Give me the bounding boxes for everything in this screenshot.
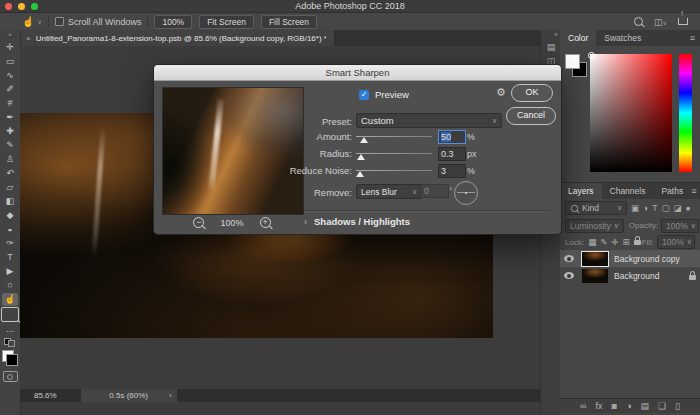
dialog-title[interactable]: Smart Sharpen: [154, 65, 561, 81]
reduce-noise-slider[interactable]: [356, 170, 432, 171]
radius-field[interactable]: 0.3: [438, 147, 466, 161]
panel-menu-icon[interactable]: ≡: [690, 30, 695, 46]
quick-mask-icon[interactable]: [3, 371, 18, 382]
dodge-tool-icon[interactable]: ◒: [2, 223, 18, 236]
status-expand-icon[interactable]: ›: [169, 391, 172, 400]
gradient-tool-icon[interactable]: ◧: [2, 195, 18, 208]
slider-thumb[interactable]: [356, 171, 364, 177]
angle-dial[interactable]: [454, 181, 478, 205]
collapse-tools-icon[interactable]: »: [8, 30, 11, 38]
filter-toggle-icon[interactable]: ●: [685, 202, 690, 214]
preview-checkbox[interactable]: ✓: [359, 90, 369, 100]
filter-smart-objects-icon[interactable]: ◪: [673, 202, 681, 214]
tab-color[interactable]: Color: [560, 30, 596, 46]
blur-tool-icon[interactable]: ◆: [2, 209, 18, 222]
zoom-tool-icon[interactable]: [1, 307, 19, 322]
filter-pixel-layers-icon[interactable]: ▣: [631, 202, 639, 214]
radius-slider[interactable]: [356, 153, 432, 154]
layer-thumbnail[interactable]: [582, 269, 608, 283]
gear-icon[interactable]: ⚙: [496, 86, 506, 99]
visibility-eye-icon[interactable]: [564, 272, 574, 279]
tab-paths[interactable]: Paths: [653, 183, 691, 199]
background-color[interactable]: [6, 354, 18, 366]
quick-selection-tool-icon[interactable]: ✐: [2, 83, 18, 96]
fill-screen-button[interactable]: Fill Screen: [261, 15, 317, 29]
path-selection-tool-icon[interactable]: ▶: [2, 265, 18, 278]
histogram-panel-icon[interactable]: ▤: [547, 40, 556, 54]
layer-mask-icon[interactable]: ◙: [612, 400, 617, 413]
saturation-square[interactable]: [590, 54, 672, 172]
eyedropper-tool-icon[interactable]: ✒: [2, 111, 18, 124]
zoom-100-button[interactable]: 100%: [154, 15, 192, 29]
blend-mode-select[interactable]: Luminosity∨: [565, 219, 624, 233]
color-swatches[interactable]: [565, 54, 587, 78]
layer-row-background-copy[interactable]: Background copy: [560, 250, 700, 267]
move-tool-icon[interactable]: ✛: [2, 41, 18, 54]
shape-tool-icon[interactable]: ○: [2, 279, 18, 292]
amount-slider[interactable]: [356, 136, 432, 137]
hand-tool-icon[interactable]: ☝: [2, 293, 18, 306]
layer-style-icon[interactable]: fx: [595, 400, 602, 413]
layer-row-background[interactable]: Background: [560, 267, 700, 284]
hue-slider[interactable]: [679, 54, 692, 172]
amount-field[interactable]: 50: [438, 130, 466, 144]
marquee-tool-icon[interactable]: ▭: [2, 55, 18, 68]
clone-stamp-tool-icon[interactable]: ♙: [2, 153, 18, 166]
fit-screen-button[interactable]: Fit Screen: [199, 15, 254, 29]
layer-name[interactable]: Background copy: [614, 254, 680, 264]
delete-layer-icon[interactable]: ▯: [675, 400, 680, 413]
layer-name[interactable]: Background: [614, 271, 659, 281]
lock-all-icon[interactable]: [634, 240, 641, 245]
lasso-tool-icon[interactable]: ∿: [2, 69, 18, 82]
chevron-down-icon[interactable]: ∨: [37, 18, 41, 25]
eraser-tool-icon[interactable]: ▱: [2, 181, 18, 194]
minimize-window-button[interactable]: [18, 3, 25, 10]
zoom-in-icon[interactable]: +: [260, 217, 271, 228]
type-tool-icon[interactable]: T: [2, 251, 18, 264]
panel-menu-icon[interactable]: ≡: [691, 183, 696, 199]
layer-group-icon[interactable]: ▤: [640, 400, 649, 413]
document-info-field[interactable]: 0.5s (60%) ›: [81, 389, 177, 402]
lock-artboard-icon[interactable]: ⊞: [622, 236, 629, 248]
preview-zoom-level[interactable]: 100%: [220, 218, 243, 228]
visibility-eye-icon[interactable]: [564, 255, 574, 262]
workspace-switcher-icon[interactable]: ◫∨: [654, 17, 667, 27]
shadows-highlights-disclosure[interactable]: › Shadows / Highlights: [304, 216, 410, 227]
foreground-color-swatch[interactable]: [565, 54, 580, 69]
fill-select[interactable]: 100%∨: [657, 235, 695, 249]
tab-swatches[interactable]: Swatches: [596, 30, 649, 46]
default-colors-icon[interactable]: [4, 338, 16, 347]
scroll-all-windows-checkbox[interactable]: [55, 17, 64, 26]
search-icon[interactable]: [634, 17, 643, 26]
tab-layers[interactable]: Layers: [560, 183, 602, 199]
opacity-select[interactable]: 100%∨: [661, 219, 699, 233]
pen-tool-icon[interactable]: ✑: [2, 237, 18, 250]
foreground-background-swatch[interactable]: [2, 350, 18, 366]
remove-select[interactable]: Lens Blur ∨: [356, 184, 422, 199]
zoom-level-field[interactable]: 85.6%: [34, 391, 57, 400]
lock-position-icon[interactable]: ✛: [611, 236, 618, 248]
history-brush-tool-icon[interactable]: ↶: [2, 167, 18, 180]
close-tab-icon[interactable]: ×: [26, 34, 31, 43]
slider-thumb[interactable]: [360, 137, 368, 143]
zoom-window-button[interactable]: [31, 3, 38, 10]
more-tools-icon[interactable]: …: [2, 323, 18, 336]
lock-image-icon[interactable]: ✎: [600, 236, 607, 248]
layer-thumbnail[interactable]: [582, 252, 608, 266]
crop-tool-icon[interactable]: #: [2, 97, 18, 110]
slider-thumb[interactable]: [357, 154, 365, 160]
filter-type-layers-icon[interactable]: T: [652, 202, 657, 214]
new-layer-icon[interactable]: ❏: [658, 400, 666, 413]
share-icon[interactable]: ↑: [678, 18, 688, 25]
filter-adjustment-layers-icon[interactable]: ◑: [643, 202, 648, 214]
tab-channels[interactable]: Channels: [602, 183, 654, 199]
close-window-button[interactable]: [5, 3, 12, 10]
zoom-out-icon[interactable]: −: [193, 217, 204, 228]
link-layers-icon[interactable]: ∞: [580, 400, 586, 413]
cancel-button[interactable]: Cancel: [506, 107, 556, 125]
brush-tool-icon[interactable]: ✎: [2, 139, 18, 152]
collapse-panels-icon[interactable]: «: [554, 30, 558, 40]
lock-transparency-icon[interactable]: ▦: [588, 236, 596, 248]
reduce-noise-field[interactable]: 3: [438, 164, 466, 178]
healing-brush-tool-icon[interactable]: ✚: [2, 125, 18, 138]
